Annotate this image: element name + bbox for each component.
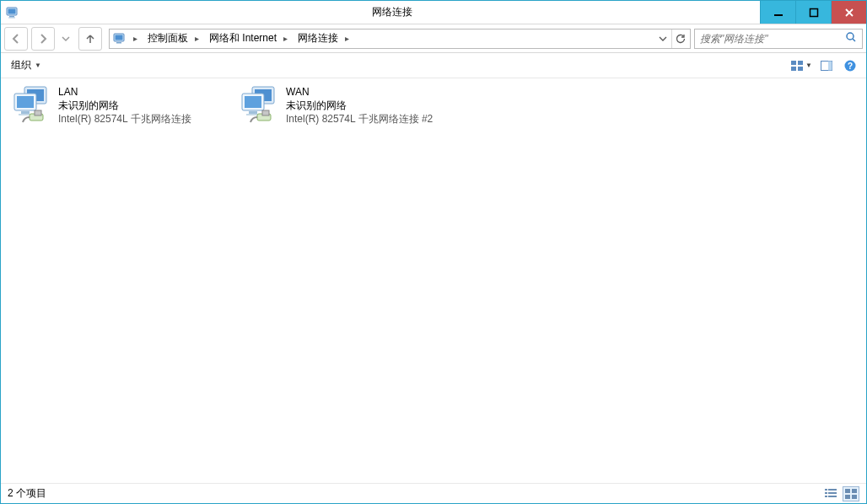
chevron-right-icon: ▸ (130, 34, 141, 43)
chevron-down-icon: ▼ (805, 62, 812, 69)
breadcrumb-label: 控制面板 (144, 31, 191, 46)
breadcrumb-item-2[interactable]: 网络连接▸ (293, 29, 354, 48)
svg-rect-34 (825, 489, 827, 491)
adapter-item-wan[interactable]: WAN 未识别的网络 Intel(R) 82574L 千兆网络连接 #2 (239, 85, 450, 126)
svg-rect-13 (798, 67, 803, 71)
svg-rect-38 (825, 496, 827, 497)
window: 网络连接 (0, 0, 867, 504)
address-icon (111, 30, 128, 47)
adapter-hardware: Intel(R) 82574L 千兆网络连接 (58, 112, 191, 126)
minimize-button[interactable] (760, 1, 795, 24)
adapter-name: WAN (286, 85, 433, 99)
details-view-button[interactable] (822, 486, 839, 501)
tiles-view-button[interactable] (843, 486, 859, 501)
svg-rect-43 (852, 495, 857, 499)
nav-bar: ▸ 控制面板▸ 网络和 Internet▸ 网络连接▸ (1, 24, 866, 53)
svg-rect-37 (828, 492, 837, 494)
svg-rect-21 (17, 96, 34, 108)
svg-rect-15 (828, 61, 832, 70)
svg-rect-42 (845, 495, 850, 499)
svg-rect-5 (810, 8, 817, 16)
content-area[interactable]: LAN 未识别的网络 Intel(R) 82574L 千兆网络连接 (1, 78, 866, 483)
svg-rect-4 (774, 14, 783, 16)
search-box[interactable] (694, 29, 863, 49)
adapter-status: 未识别的网络 (58, 99, 191, 112)
breadcrumb-label: 网络和 Internet (206, 31, 280, 46)
help-button[interactable]: ? (841, 56, 859, 75)
preview-pane-button[interactable] (817, 56, 836, 75)
tiles-view-icon (844, 488, 858, 500)
organize-menu[interactable]: 组织 ▼ (8, 56, 45, 74)
address-bar[interactable]: ▸ 控制面板▸ 网络和 Internet▸ 网络连接▸ (109, 29, 691, 49)
svg-rect-10 (791, 61, 796, 65)
svg-rect-36 (825, 492, 827, 494)
organize-label: 组织 (11, 58, 31, 72)
svg-rect-1 (8, 8, 16, 13)
chevron-right-icon: ▸ (342, 34, 353, 43)
maximize-button[interactable] (795, 1, 831, 24)
svg-rect-2 (9, 16, 14, 18)
preview-pane-icon (820, 59, 833, 72)
close-button[interactable] (831, 1, 866, 24)
svg-rect-35 (828, 489, 837, 491)
up-button[interactable] (78, 27, 102, 51)
svg-text:?: ? (848, 62, 853, 71)
window-buttons (760, 1, 866, 24)
forward-button[interactable] (31, 27, 55, 51)
back-button[interactable] (4, 27, 28, 51)
chevron-down-icon: ▼ (35, 62, 41, 69)
svg-rect-25 (35, 110, 41, 115)
refresh-button[interactable] (671, 29, 688, 48)
svg-rect-3 (8, 17, 15, 18)
details-view-icon (824, 488, 837, 500)
svg-rect-7 (116, 35, 123, 40)
breadcrumb-item-1[interactable]: 网络和 Internet▸ (204, 29, 293, 48)
history-dropdown[interactable] (58, 27, 73, 51)
adapter-status: 未识别的网络 (286, 99, 433, 112)
breadcrumb-label: 网络连接 (294, 31, 342, 46)
search-icon[interactable] (845, 31, 859, 46)
address-dropdown[interactable] (654, 29, 671, 48)
breadcrumb-item-0[interactable]: 控制面板▸ (143, 29, 204, 48)
command-bar: 组织 ▼ ▼ ? (1, 53, 866, 78)
search-input[interactable] (698, 32, 845, 46)
system-icon (1, 1, 24, 24)
network-adapter-icon (11, 85, 51, 126)
help-icon: ? (843, 59, 857, 72)
svg-point-9 (847, 33, 854, 40)
adapter-text: WAN 未识别的网络 Intel(R) 82574L 千兆网络连接 #2 (286, 85, 433, 126)
svg-rect-41 (852, 489, 857, 493)
adapter-text: LAN 未识别的网络 Intel(R) 82574L 千兆网络连接 (58, 85, 191, 126)
view-icon (790, 59, 804, 72)
title-bar: 网络连接 (1, 1, 866, 24)
window-title: 网络连接 (24, 1, 760, 24)
view-options-button[interactable]: ▼ (790, 56, 812, 75)
svg-rect-11 (798, 61, 803, 65)
breadcrumb-root-sep[interactable]: ▸ (128, 29, 143, 48)
adapter-name: LAN (58, 85, 191, 99)
item-count: 2 个项目 (8, 486, 46, 501)
svg-rect-12 (791, 67, 796, 71)
network-adapter-icon (239, 85, 279, 126)
svg-rect-30 (249, 111, 257, 114)
svg-rect-33 (262, 110, 269, 115)
chevron-right-icon: ▸ (191, 34, 202, 43)
svg-rect-29 (245, 96, 261, 108)
adapter-item-lan[interactable]: LAN 未识别的网络 Intel(R) 82574L 千兆网络连接 (11, 85, 222, 126)
chevron-right-icon: ▸ (280, 34, 291, 43)
svg-rect-22 (21, 111, 30, 114)
status-bar: 2 个项目 (1, 483, 866, 503)
adapter-hardware: Intel(R) 82574L 千兆网络连接 #2 (286, 112, 433, 126)
svg-rect-40 (845, 489, 850, 493)
svg-rect-8 (116, 42, 121, 44)
svg-rect-39 (828, 496, 837, 497)
